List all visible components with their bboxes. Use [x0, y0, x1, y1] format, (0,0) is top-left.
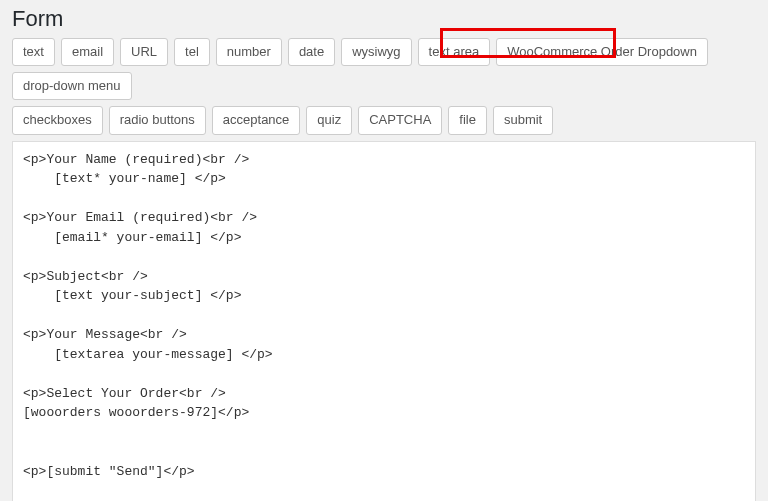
- tag-btn-woocommerce-order-dropdown[interactable]: WooCommerce Order Dropdown: [496, 38, 708, 66]
- tag-btn-text[interactable]: text: [12, 38, 55, 66]
- annotation-arrow: [756, 141, 768, 501]
- tag-row-0: textemailURLtelnumberdatewysiwygtext are…: [12, 38, 756, 100]
- tag-btn-file[interactable]: file: [448, 106, 487, 134]
- tag-btn-radio-buttons[interactable]: radio buttons: [109, 106, 206, 134]
- tag-btn-wysiwyg[interactable]: wysiwyg: [341, 38, 411, 66]
- tag-btn-date[interactable]: date: [288, 38, 335, 66]
- form-editor-textarea[interactable]: [12, 141, 756, 501]
- tag-btn-drop-down-menu[interactable]: drop-down menu: [12, 72, 132, 100]
- tag-btn-captcha[interactable]: CAPTCHA: [358, 106, 442, 134]
- tag-btn-number[interactable]: number: [216, 38, 282, 66]
- tag-btn-checkboxes[interactable]: checkboxes: [12, 106, 103, 134]
- page-title: Form: [12, 6, 756, 32]
- tag-btn-text-area[interactable]: text area: [418, 38, 491, 66]
- tag-buttons-container: textemailURLtelnumberdatewysiwygtext are…: [12, 38, 756, 135]
- tag-btn-email[interactable]: email: [61, 38, 114, 66]
- tag-btn-acceptance[interactable]: acceptance: [212, 106, 301, 134]
- tag-row-1: checkboxesradio buttonsacceptancequizCAP…: [12, 106, 756, 134]
- tag-btn-quiz[interactable]: quiz: [306, 106, 352, 134]
- tag-btn-tel[interactable]: tel: [174, 38, 210, 66]
- tag-btn-submit[interactable]: submit: [493, 106, 553, 134]
- tag-btn-url[interactable]: URL: [120, 38, 168, 66]
